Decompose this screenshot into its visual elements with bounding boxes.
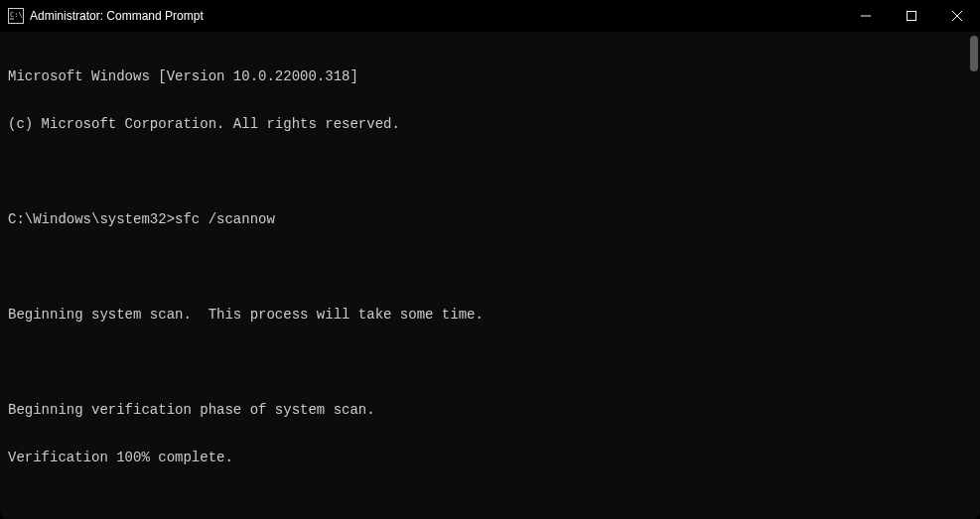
blank-line (8, 497, 972, 513)
output-line: (c) Microsoft Corporation. All rights re… (8, 116, 972, 132)
output-line: Beginning system scan. This process will… (8, 307, 972, 323)
terminal-content: Microsoft Windows [Version 10.0.22000.31… (8, 37, 972, 519)
output-line: Microsoft Windows [Version 10.0.22000.31… (8, 68, 972, 84)
output-line: Verification 100% complete. (8, 450, 972, 465)
minimize-button[interactable] (843, 0, 889, 32)
blank-line (8, 164, 972, 180)
terminal-body[interactable]: Microsoft Windows [Version 10.0.22000.31… (0, 32, 980, 519)
maximize-button[interactable] (889, 0, 934, 32)
blank-line (8, 259, 972, 275)
prompt-line: C:\Windows\system32>sfc /scannow (8, 211, 972, 227)
window-controls (843, 0, 980, 32)
svg-text:C:\: C:\ (10, 11, 23, 19)
blank-line (8, 354, 972, 370)
window-title: Administrator: Command Prompt (30, 9, 843, 23)
command-prompt-window: C:\ Administrator: Command Prompt Micros… (0, 0, 980, 519)
cmd-icon: C:\ (8, 8, 24, 24)
output-line: Beginning verification phase of system s… (8, 402, 972, 418)
svg-rect-4 (908, 12, 916, 21)
scrollbar-thumb[interactable] (970, 36, 978, 71)
titlebar[interactable]: C:\ Administrator: Command Prompt (0, 0, 980, 32)
close-button[interactable] (934, 0, 980, 32)
